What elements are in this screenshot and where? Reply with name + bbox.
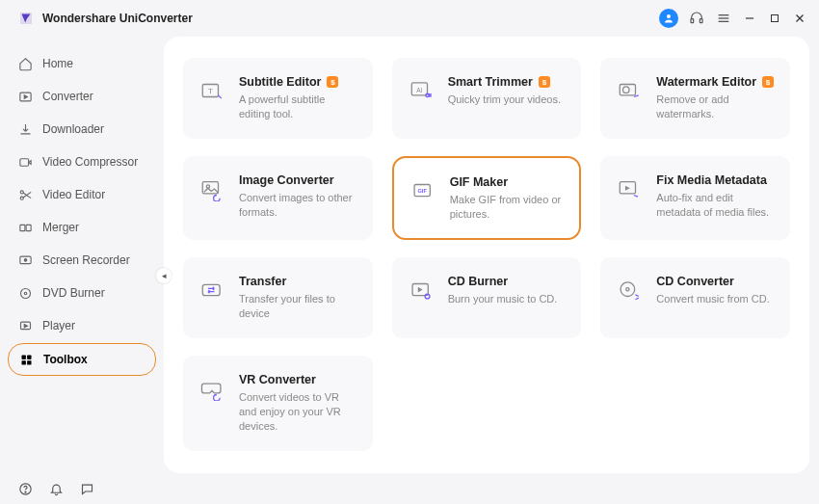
collapse-sidebar-button[interactable]: ◂ [156,268,172,283]
footer [0,473,164,504]
card-desc: A powerful subtitle editing tool. [239,93,359,121]
sidebar-item-converter[interactable]: Converter [8,81,156,112]
sidebar-item-player[interactable]: Player [8,310,156,341]
sidebar-item-label: Video Editor [42,188,105,201]
card-title: CD Converter [656,275,734,288]
sidebar-item-label: Merger [42,221,79,234]
card-desc: Burn your music to CD. [448,292,568,306]
menu-icon[interactable] [715,10,732,27]
help-icon[interactable] [17,481,33,496]
titlebar-left: Wondershare UniConverter [17,10,193,27]
container: Home Converter Downloader Video Compress… [0,37,819,473]
main-panel: T Subtitle Editor$ A powerful subtitle e… [164,37,809,473]
sidebar-item-video-editor[interactable]: Video Editor [8,179,156,210]
sidebar-item-merger[interactable]: Merger [8,212,156,243]
feedback-icon[interactable] [79,481,94,496]
tool-card-smart-trimmer[interactable]: AI Smart Trimmer$ Quicky trim your video… [392,58,582,139]
tool-card-cd-burner[interactable]: CD Burner Burn your music to CD. [392,257,582,338]
paid-badge: $ [539,76,550,88]
account-icon[interactable] [659,9,678,28]
play-icon [17,318,33,333]
transfer-icon [198,277,225,304]
sidebar: Home Converter Downloader Video Compress… [0,37,164,473]
card-title: Image Converter [239,173,334,187]
card-title: Watermark Editor [656,75,756,89]
vr-icon [198,375,225,402]
bell-icon[interactable] [48,481,64,496]
sidebar-item-label: Toolbox [43,353,88,366]
metadata-icon [616,175,643,202]
close-button[interactable] [792,11,807,26]
card-title: VR Converter [239,373,316,386]
titlebar: Wondershare UniConverter [0,0,819,37]
svg-rect-24 [27,360,31,364]
tool-card-transfer[interactable]: Transfer Transfer your files to device [183,257,373,338]
sidebar-item-downloader[interactable]: Downloader [8,114,156,145]
svg-point-18 [20,288,30,298]
converter-icon [17,89,33,104]
sidebar-item-dvd-burner[interactable]: DVD Burner [8,278,156,308]
tool-card-watermark-editor[interactable]: Watermark Editor$ Remove or add watermar… [600,58,790,139]
card-title: Subtitle Editor [239,75,321,89]
paid-badge: $ [327,76,338,88]
download-icon [17,121,33,137]
headset-icon[interactable] [688,10,705,27]
card-title: GIF Maker [450,175,508,189]
card-desc: Convert images to other formats. [239,191,359,220]
card-desc: Transfer your files to device [239,292,359,321]
svg-rect-22 [27,355,31,358]
paid-badge: $ [762,76,774,88]
card-desc: Make GIF from video or pictures. [450,193,567,222]
svg-rect-1 [691,19,694,23]
toolbox-icon [18,352,34,367]
tool-card-fix-metadata[interactable]: Fix Media Metadata Auto-fix and edit met… [600,156,790,241]
sidebar-item-label: Video Compressor [42,155,138,169]
sidebar-item-video-compressor[interactable]: Video Compressor [8,146,156,177]
svg-rect-2 [700,19,702,23]
sidebar-item-screen-recorder[interactable]: Screen Recorder [8,245,156,276]
sidebar-item-label: Converter [42,90,93,103]
svg-rect-14 [19,225,24,230]
card-title: CD Burner [448,275,509,288]
record-icon [17,252,33,268]
svg-rect-23 [21,360,25,364]
card-desc: Quicky trim your videos. [448,93,568,107]
svg-point-19 [24,292,27,295]
app-title: Wondershare UniConverter [42,12,193,25]
minimize-button[interactable] [742,11,757,26]
svg-text:GIF: GIF [417,188,427,194]
sidebar-item-label: DVD Burner [42,286,105,300]
trimmer-icon: AI [408,77,435,104]
svg-point-17 [24,258,27,261]
scissors-icon [17,187,33,202]
card-desc: Convert videos to VR and enjoy on your V… [239,390,359,434]
sidebar-item-toolbox[interactable]: Toolbox [8,343,156,376]
svg-rect-21 [21,355,25,358]
cd-converter-icon [616,277,643,304]
image-icon [198,175,225,202]
card-title: Smart Trimmer [448,75,533,89]
gif-icon: GIF [410,177,436,204]
subtitle-icon: T [198,77,225,104]
tool-card-image-converter[interactable]: Image Converter Convert images to other … [183,156,373,241]
svg-text:T: T [208,87,213,95]
tool-card-vr-converter[interactable]: VR Converter Convert videos to VR and en… [183,356,373,451]
compress-icon [17,154,33,170]
svg-point-31 [623,87,630,93]
svg-point-41 [626,288,629,291]
svg-text:AI: AI [416,87,422,93]
card-desc: Auto-fix and edit metadata of media file… [656,191,777,220]
maximize-button[interactable] [767,11,782,26]
sidebar-item-label: Player [42,319,75,332]
card-title: Transfer [239,275,286,288]
sidebar-item-label: Downloader [42,122,104,136]
tool-card-subtitle-editor[interactable]: T Subtitle Editor$ A powerful subtitle e… [183,58,373,139]
tool-card-cd-converter[interactable]: CD Converter Convert music from CD. [600,257,790,338]
watermark-icon [616,77,643,104]
tool-card-gif-maker[interactable]: GIF GIF Maker Make GIF from video or pic… [392,156,582,241]
home-icon [17,56,33,71]
svg-rect-15 [26,225,31,230]
sidebar-item-home[interactable]: Home [8,48,156,79]
svg-point-0 [667,14,671,18]
card-desc: Remove or add watermarks. [656,93,777,121]
